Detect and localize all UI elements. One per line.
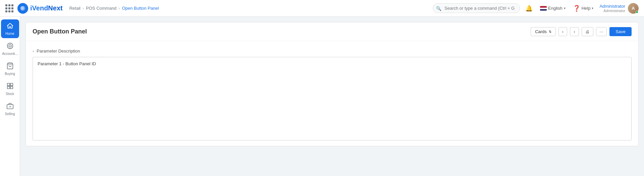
page-title: Open Button Panel [33,28,87,35]
parameter-label: Parameter 1 - Button Panel ID [38,61,627,66]
help-label: Help [582,6,591,11]
sidebar-item-selling-label: Selling [5,112,15,116]
section-title: Parameter Description [37,49,80,54]
help-button[interactable]: ❓ Help ▾ [572,3,595,13]
buying-icon [6,62,14,71]
selling-icon [6,102,14,111]
language-selector[interactable]: English ▾ [539,4,567,12]
sidebar-item-accounting-label: Accounti... [2,52,18,56]
breadcrumb-current: Open Button Panel [122,6,159,11]
page-header: Open Button Panel Cards ⇅ ‹ › 🖨 ··· [26,22,638,41]
sidebar-item-buying-label: Buying [5,72,15,76]
svg-rect-6 [10,83,12,85]
section-header[interactable]: › Parameter Description [33,47,632,57]
avatar[interactable]: A [628,3,639,14]
print-button[interactable]: 🖨 [582,27,593,36]
help-icon: ❓ [573,5,580,12]
accounting-icon [6,42,14,51]
page-content: › Parameter Description Parameter 1 - Bu… [26,41,638,146]
chevron-left-icon: ‹ [562,29,564,34]
cards-button[interactable]: Cards ⇅ [531,27,556,36]
next-button[interactable]: › [570,27,579,36]
breadcrumb-retail[interactable]: Retail [69,6,80,11]
brand-logo: ⦿ [17,3,28,14]
search-input[interactable] [433,3,520,13]
brand-logo-link[interactable]: ⦿ iVendNext [17,3,63,14]
navbar-right: 🔔 English ▾ ❓ Help ▾ Administrator Admin… [524,3,639,14]
sidebar-item-home[interactable]: Home [1,19,19,38]
save-button[interactable]: Save [609,27,632,36]
header-actions: Cards ⇅ ‹ › 🖨 ··· Save [531,27,632,36]
navbar-search: 🔍 [433,3,520,13]
page-card: Open Button Panel Cards ⇅ ‹ › 🖨 ··· [25,22,639,146]
cards-chevron-icon: ⇅ [549,30,551,33]
home-icon [6,22,14,30]
section-chevron-icon: › [33,49,34,54]
printer-icon: 🖨 [585,29,590,34]
chevron-down-icon: ▾ [564,6,566,10]
main-content: Open Button Panel Cards ⇅ ‹ › 🖨 ··· [20,17,644,176]
online-indicator [636,11,638,13]
more-options-button[interactable]: ··· [596,27,607,36]
chevron-right-icon: › [574,29,575,34]
sidebar: Home Accounti... Buying [0,17,20,176]
svg-point-3 [9,45,11,47]
admin-sub: Administrator [603,9,625,13]
svg-rect-5 [7,83,9,85]
help-chevron-icon: ▾ [592,6,593,10]
breadcrumb: Retail › POS Command › Open Button Panel [69,6,159,11]
search-icon: 🔍 [436,6,441,11]
sidebar-item-selling[interactable]: Selling [1,100,19,118]
language-label: English [548,6,562,11]
notifications-button[interactable]: 🔔 [524,3,534,13]
stock-icon [6,82,14,91]
sidebar-item-buying[interactable]: Buying [1,60,19,78]
ellipsis-icon: ··· [600,29,603,34]
parameter-box: Parameter 1 - Button Panel ID [33,57,632,141]
apps-grid-icon[interactable] [5,4,13,12]
avatar-initials: A [632,6,635,11]
navbar: ⦿ iVendNext Retail › POS Command › Open … [0,0,644,17]
sidebar-item-stock[interactable]: Stock [1,80,19,98]
sidebar-item-accounting[interactable]: Accounti... [1,39,19,58]
svg-text:⦿: ⦿ [20,6,24,10]
prev-button[interactable]: ‹ [558,27,567,36]
admin-section: Administrator Administrator A [599,3,639,14]
flag-icon [540,6,547,11]
sidebar-item-home-label: Home [5,32,14,36]
cards-label: Cards [535,29,547,34]
svg-point-2 [7,43,13,49]
bell-icon: 🔔 [525,5,533,12]
sidebar-item-stock-label: Stock [6,92,14,96]
brand-text: iVendNext [30,4,63,12]
svg-rect-8 [10,86,12,88]
breadcrumb-pos-command[interactable]: POS Command [86,6,116,11]
admin-name[interactable]: Administrator [599,4,625,9]
svg-rect-7 [7,86,9,88]
